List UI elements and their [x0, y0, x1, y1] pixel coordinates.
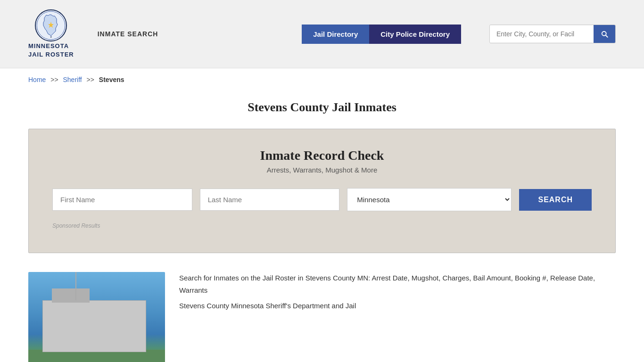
site-logo[interactable]: ★ MINNESOTA JAIL ROSTER	[28, 9, 74, 58]
content-paragraph-2: Stevens County Minnesota Sheriff's Depar…	[179, 300, 616, 312]
search-icon	[600, 30, 609, 38]
content-paragraph-1: Search for Inmates on the Jail Roster in…	[179, 272, 616, 296]
main-nav: Jail Directory City Police Directory	[302, 25, 461, 44]
state-select[interactable]: MinnesotaAlabamaAlaskaArizonaArkansasCal…	[347, 188, 512, 211]
logo-text: MINNESOTA JAIL ROSTER	[28, 41, 74, 58]
content-section: Search for Inmates on the Jail Roster in…	[0, 267, 644, 362]
inmate-search-link[interactable]: INMATE SEARCH	[98, 30, 158, 38]
record-check-box: Inmate Record Check Arrests, Warrants, M…	[28, 129, 616, 253]
record-check-title: Inmate Record Check	[52, 148, 592, 163]
breadcrumb-sep1: >>	[50, 76, 58, 83]
site-header: ★ MINNESOTA JAIL ROSTER INMATE SEARCH Ja…	[0, 0, 644, 68]
breadcrumb-home[interactable]: Home	[28, 76, 46, 83]
breadcrumb-sheriff[interactable]: Sheriff	[63, 76, 82, 83]
header-search-button[interactable]	[594, 25, 615, 43]
breadcrumb: Home >> Sheriff >> Stevens	[0, 68, 644, 91]
breadcrumb-sep2: >>	[87, 76, 94, 83]
header-search-input[interactable]	[490, 25, 594, 42]
content-text: Search for Inmates on the Jail Roster in…	[179, 272, 616, 316]
breadcrumb-current: Stevens	[99, 76, 124, 83]
record-check-subtitle: Arrests, Warrants, Mugshot & More	[52, 166, 592, 174]
first-name-input[interactable]	[52, 189, 192, 211]
sponsored-results-label: Sponsored Results	[52, 222, 592, 229]
record-search-button[interactable]: SEARCH	[519, 189, 592, 211]
record-check-form: MinnesotaAlabamaAlaskaArizonaArkansasCal…	[52, 188, 592, 211]
flag-pole	[75, 272, 76, 300]
last-name-input[interactable]	[200, 189, 340, 211]
page-title-section: Stevens County Jail Inmates	[0, 91, 644, 129]
building-shape	[42, 300, 146, 352]
building-top-shape	[52, 288, 90, 303]
tab-jail-directory[interactable]: Jail Directory	[302, 25, 369, 44]
page-title: Stevens County Jail Inmates	[0, 100, 644, 115]
logo-seal-icon: ★	[35, 9, 67, 41]
facility-image	[28, 272, 165, 362]
header-search-bar	[489, 25, 616, 43]
tab-city-police[interactable]: City Police Directory	[369, 25, 461, 44]
